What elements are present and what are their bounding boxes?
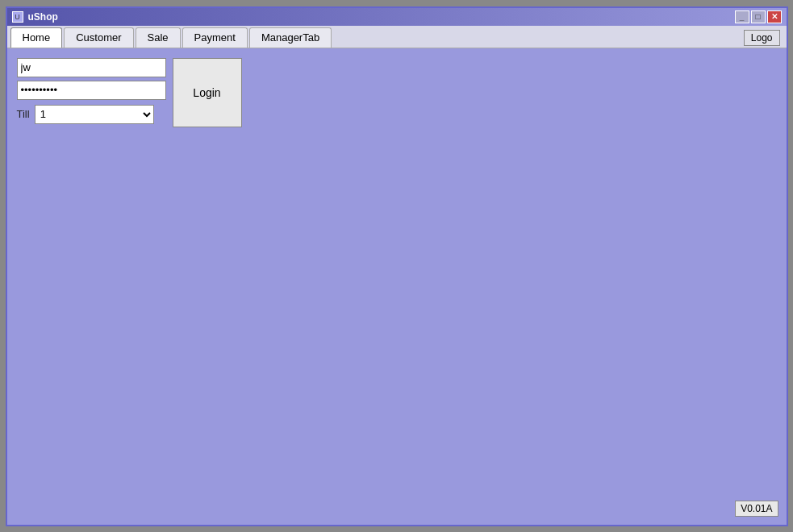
content-area: Till 1 2 3 Login V0.01A [7, 48, 787, 525]
title-bar: U uShop _ □ ✕ [7, 8, 787, 26]
tab-home[interactable]: Home [10, 27, 63, 48]
version-badge: V0.01A [735, 501, 778, 517]
till-row: Till 1 2 3 [17, 105, 166, 124]
till-label: Till [17, 108, 30, 120]
minimize-button[interactable]: _ [735, 10, 749, 23]
username-input[interactable] [17, 58, 166, 77]
logo-button[interactable]: Logo [744, 30, 780, 46]
app-icon: U [12, 11, 23, 23]
tab-customer[interactable]: Customer [64, 27, 133, 48]
password-input[interactable] [17, 81, 166, 100]
maximize-button[interactable]: □ [751, 10, 766, 23]
app-title: uShop [28, 11, 730, 23]
till-select[interactable]: 1 2 3 [35, 105, 154, 124]
form-fields: Till 1 2 3 [17, 58, 166, 124]
close-button[interactable]: ✕ [767, 10, 782, 23]
login-button-wrapper: Login [173, 58, 242, 127]
main-window: U uShop _ □ ✕ Home Customer Sale Payment… [6, 6, 788, 526]
login-button[interactable]: Login [173, 58, 242, 127]
window-controls: _ □ ✕ [735, 10, 782, 23]
tab-sale[interactable]: Sale [136, 27, 181, 48]
tab-managertab[interactable]: ManagerTab [249, 27, 332, 48]
tab-payment[interactable]: Payment [182, 27, 248, 48]
tab-bar: Home Customer Sale Payment ManagerTab Lo… [7, 26, 787, 48]
login-form: Till 1 2 3 Login [17, 58, 777, 127]
menu-bar-right: Logo [744, 27, 783, 48]
